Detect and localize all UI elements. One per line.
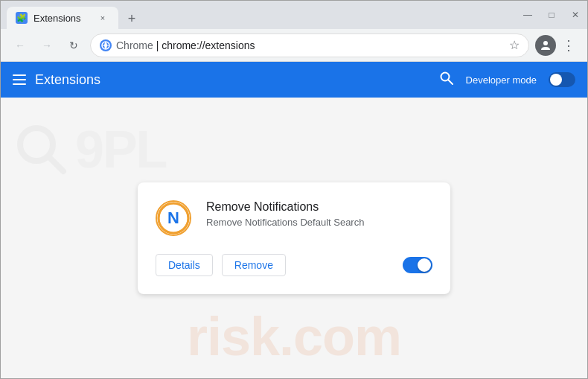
window-controls: — □ ✕ bbox=[522, 9, 581, 21]
header-left: Extensions bbox=[13, 72, 100, 88]
new-tab-button[interactable]: + bbox=[121, 8, 142, 29]
address-domain: Chrome bbox=[116, 39, 153, 51]
extension-logo: N bbox=[156, 200, 191, 236]
extension-card-header: N Remove Notifications Remove Notificati… bbox=[156, 200, 432, 236]
extensions-page-title: Extensions bbox=[35, 72, 100, 88]
svg-point-2 bbox=[543, 41, 548, 45]
extensions-content: 9PL risk.com N Remove Notifi bbox=[1, 98, 587, 378]
tab-title: Extensions bbox=[33, 13, 90, 24]
maximize-button[interactable]: □ bbox=[546, 9, 557, 21]
svg-line-6 bbox=[48, 156, 63, 171]
tabs-area: Extensions × + bbox=[7, 1, 516, 29]
hamburger-line-1 bbox=[13, 74, 26, 76]
header-right: Developer mode bbox=[439, 71, 575, 89]
refresh-button[interactable]: ↻ bbox=[63, 35, 84, 56]
forward-button[interactable]: → bbox=[36, 35, 57, 56]
developer-mode-toggle-knob bbox=[550, 74, 562, 86]
hamburger-menu[interactable] bbox=[13, 74, 26, 85]
extension-toggle[interactable] bbox=[403, 257, 432, 273]
svg-point-5 bbox=[20, 128, 53, 161]
browser-window: Extensions × + — □ ✕ ← → ↻ Chrome | ch bbox=[0, 0, 588, 379]
search-extensions-button[interactable] bbox=[439, 71, 454, 89]
extension-card-footer: Details Remove bbox=[156, 254, 432, 276]
remove-button[interactable]: Remove bbox=[222, 254, 286, 276]
navigation-bar: ← → ↻ Chrome | chrome://extensions ☆ bbox=[1, 29, 587, 62]
developer-mode-label: Developer mode bbox=[466, 74, 537, 86]
tab-favicon bbox=[16, 12, 28, 24]
extension-description: Remove Notifications Default Search bbox=[206, 217, 432, 228]
nav-right-controls: ⋮ bbox=[535, 34, 578, 57]
address-bar[interactable]: Chrome | chrome://extensions ☆ bbox=[90, 34, 529, 57]
developer-mode-toggle[interactable] bbox=[549, 72, 575, 87]
active-tab[interactable]: Extensions × bbox=[7, 7, 118, 29]
address-favicon bbox=[100, 39, 112, 51]
address-text: Chrome | chrome://extensions bbox=[116, 39, 505, 51]
extension-info: Remove Notifications Remove Notification… bbox=[206, 200, 432, 228]
hamburger-line-2 bbox=[13, 79, 26, 80]
tab-close-button[interactable]: × bbox=[96, 11, 109, 25]
extension-toggle-knob bbox=[418, 258, 431, 272]
svg-text:N: N bbox=[167, 208, 179, 227]
extension-name: Remove Notifications bbox=[206, 200, 432, 214]
profile-button[interactable] bbox=[535, 35, 556, 56]
details-button[interactable]: Details bbox=[156, 254, 213, 276]
extension-card: N Remove Notifications Remove Notificati… bbox=[138, 182, 450, 294]
svg-line-4 bbox=[448, 80, 453, 84]
back-button[interactable]: ← bbox=[10, 35, 31, 56]
watermark-text: risk.com bbox=[187, 307, 401, 366]
address-url: chrome://extensions bbox=[162, 39, 255, 51]
chrome-menu-button[interactable]: ⋮ bbox=[559, 34, 578, 57]
close-window-button[interactable]: ✕ bbox=[569, 9, 581, 21]
hamburger-line-3 bbox=[13, 83, 26, 85]
minimize-button[interactable]: — bbox=[522, 9, 534, 21]
extensions-header: Extensions Developer mode bbox=[1, 62, 587, 98]
title-bar: Extensions × + — □ ✕ bbox=[1, 1, 587, 29]
bookmark-star[interactable]: ☆ bbox=[509, 38, 520, 52]
